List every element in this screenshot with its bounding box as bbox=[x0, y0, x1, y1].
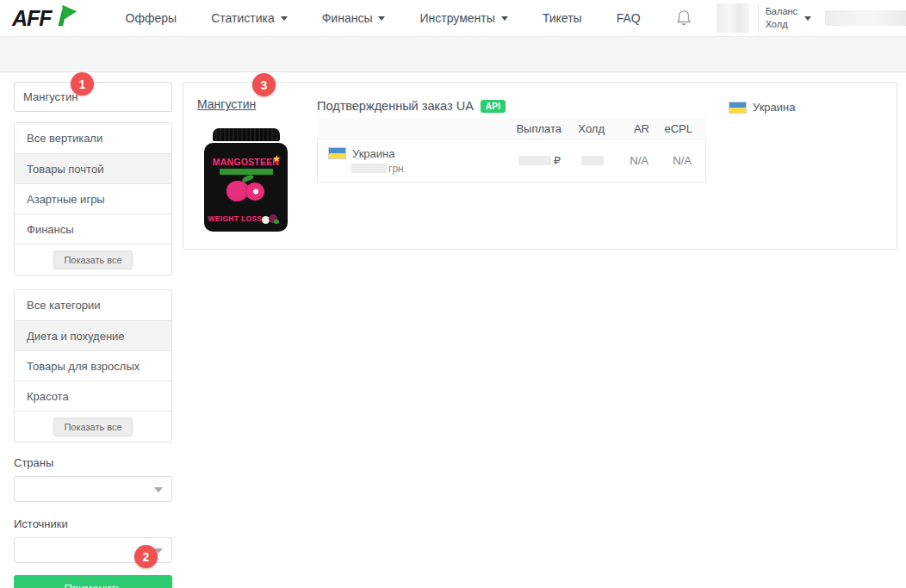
hold-label: Холд bbox=[766, 18, 797, 31]
categories-filter-list: Все категории Диета и похудение Товары д… bbox=[14, 289, 172, 443]
vertical-item-gambling[interactable]: Азартные игры bbox=[15, 183, 171, 214]
page-content: Все вертикали Товары почтой Азартные игр… bbox=[0, 72, 906, 587]
nav-faq-label: FAQ bbox=[617, 11, 641, 25]
star-icon: ★ bbox=[272, 153, 281, 164]
nav-finances[interactable]: Финансы bbox=[322, 11, 386, 25]
goal-table: Выплата Холд AR eCPL Украина bbox=[317, 119, 706, 183]
logo-text: AFF bbox=[12, 6, 52, 31]
countries-label: Страны bbox=[14, 456, 172, 469]
ukraine-flag-icon bbox=[729, 102, 747, 114]
jar-body: MANGOSTEEN WEIGHT LOSS ★ bbox=[204, 143, 288, 232]
price-line: грн bbox=[351, 163, 404, 175]
goal-table-header: Выплата Холд AR eCPL bbox=[317, 119, 706, 139]
top-header: AFF Офферы Статистика Финансы Инструмент… bbox=[0, 0, 906, 36]
nav-tickets[interactable]: Тикеты bbox=[543, 11, 582, 25]
country-name: Украина bbox=[352, 147, 395, 160]
annotation-badge-1: 1 bbox=[71, 72, 94, 96]
column-ecpl: eCPL bbox=[649, 122, 706, 135]
category-item-label: Товары для взрослых bbox=[27, 360, 140, 373]
category-item-all[interactable]: Все категории bbox=[15, 290, 171, 320]
jar-green-strip bbox=[220, 169, 273, 175]
column-payout: Выплата bbox=[489, 122, 562, 135]
redacted-username bbox=[825, 10, 906, 26]
vertical-item-label: Финансы bbox=[27, 223, 74, 236]
header-right: Баланс Холд bbox=[675, 3, 906, 33]
jar-mini-fruits bbox=[262, 214, 279, 225]
annotation-badge-2: 2 bbox=[134, 545, 158, 568]
divider bbox=[758, 3, 759, 33]
nav-offers[interactable]: Офферы bbox=[126, 11, 177, 25]
payout-cell: ₽ bbox=[488, 154, 561, 167]
chevron-down-icon bbox=[378, 16, 385, 21]
aff1-logo[interactable]: AFF bbox=[12, 4, 78, 32]
goal-heading: Подтвержденный заказ UA API bbox=[317, 99, 506, 113]
filters-sidebar: Все вертикали Товары почтой Азартные игр… bbox=[14, 82, 172, 588]
verticals-showall-row: Показать все bbox=[15, 244, 171, 275]
column-hold: Холд bbox=[562, 122, 605, 135]
category-item-label: Красота bbox=[27, 390, 69, 403]
category-item-label: Все категории bbox=[27, 299, 100, 312]
chevron-down-icon bbox=[501, 16, 508, 21]
geo-country-name: Украина bbox=[753, 101, 796, 114]
redacted-avatar bbox=[717, 3, 749, 33]
hold-cell bbox=[561, 156, 604, 165]
jar-lid bbox=[213, 128, 280, 141]
main-nav: Офферы Статистика Финансы Инструменты Ти… bbox=[126, 11, 675, 25]
nav-statistics[interactable]: Статистика bbox=[211, 11, 288, 25]
sources-label: Источники bbox=[14, 517, 172, 530]
vertical-item-finance[interactable]: Финансы bbox=[15, 214, 171, 244]
api-badge: API bbox=[481, 100, 506, 113]
annotation-badge-3: 3 bbox=[252, 73, 276, 96]
chevron-down-icon[interactable] bbox=[804, 16, 811, 21]
nav-offers-label: Офферы bbox=[126, 11, 177, 25]
product-image-mangosteen-jar: MANGOSTEEN WEIGHT LOSS ★ bbox=[204, 128, 288, 232]
verticals-show-all-button[interactable]: Показать все bbox=[53, 251, 132, 269]
ukraine-flag-icon bbox=[328, 147, 346, 159]
chevron-down-icon bbox=[154, 487, 163, 492]
balance-widget[interactable]: Баланс Холд bbox=[766, 5, 797, 31]
nav-tools-label: Инструменты bbox=[419, 11, 494, 25]
offer-geo: Украина bbox=[729, 101, 796, 114]
vertical-item-label: Азартные игры bbox=[27, 193, 105, 206]
vertical-item-all[interactable]: Все вертикали bbox=[15, 123, 171, 153]
category-item-adult[interactable]: Товары для взрослых bbox=[15, 350, 171, 381]
nav-tickets-label: Тикеты bbox=[543, 11, 582, 25]
nav-faq[interactable]: FAQ bbox=[617, 11, 641, 25]
goal-country-cell: Украина грн bbox=[318, 147, 404, 175]
ar-cell: N/A bbox=[604, 154, 648, 167]
category-item-label: Диета и похудение bbox=[27, 330, 125, 343]
goal-table-row: Украина грн ₽ N/A N/A bbox=[317, 139, 706, 183]
redacted-hold bbox=[581, 156, 604, 165]
vertical-item-label: Товары почтой bbox=[27, 163, 103, 176]
offer-title-link[interactable]: Мангустин bbox=[197, 97, 256, 111]
vertical-item-label: Все вертикали bbox=[27, 132, 102, 145]
redacted-payout bbox=[518, 156, 551, 165]
chevron-down-icon bbox=[281, 16, 288, 21]
goal-title: Подтвержденный заказ UA bbox=[317, 99, 474, 113]
categories-showall-row: Показать все bbox=[15, 411, 171, 442]
subheader-strip bbox=[0, 36, 906, 72]
vertical-item-mail-goods[interactable]: Товары почтой bbox=[15, 153, 171, 183]
categories-show-all-button[interactable]: Показать все bbox=[53, 418, 132, 436]
nav-tools[interactable]: Инструменты bbox=[419, 11, 507, 25]
logo-arrow-icon bbox=[53, 3, 78, 32]
nav-statistics-label: Статистика bbox=[211, 11, 275, 25]
notifications-bell-icon[interactable] bbox=[675, 9, 692, 28]
jar-weight-loss-text: WEIGHT LOSS bbox=[204, 214, 266, 223]
price-currency: грн bbox=[388, 163, 404, 175]
category-item-beauty[interactable]: Красота bbox=[15, 381, 171, 411]
jar-fruit-illustration bbox=[245, 183, 264, 201]
apply-filters-button[interactable]: Применить bbox=[14, 575, 172, 588]
ecpl-cell: N/A bbox=[648, 154, 705, 167]
column-ar: AR bbox=[605, 122, 649, 135]
category-item-diet[interactable]: Диета и похудение bbox=[15, 320, 171, 350]
redacted-price bbox=[351, 164, 387, 173]
countries-select[interactable] bbox=[14, 476, 172, 502]
nav-finances-label: Финансы bbox=[322, 11, 373, 25]
balance-label: Баланс bbox=[766, 5, 797, 18]
offer-card: Мангустин MANGOSTEEN WEIGHT LOSS ★ Подтв… bbox=[183, 82, 897, 250]
verticals-filter-list: Все вертикали Товары почтой Азартные игр… bbox=[14, 122, 172, 275]
payout-currency: ₽ bbox=[554, 154, 561, 167]
